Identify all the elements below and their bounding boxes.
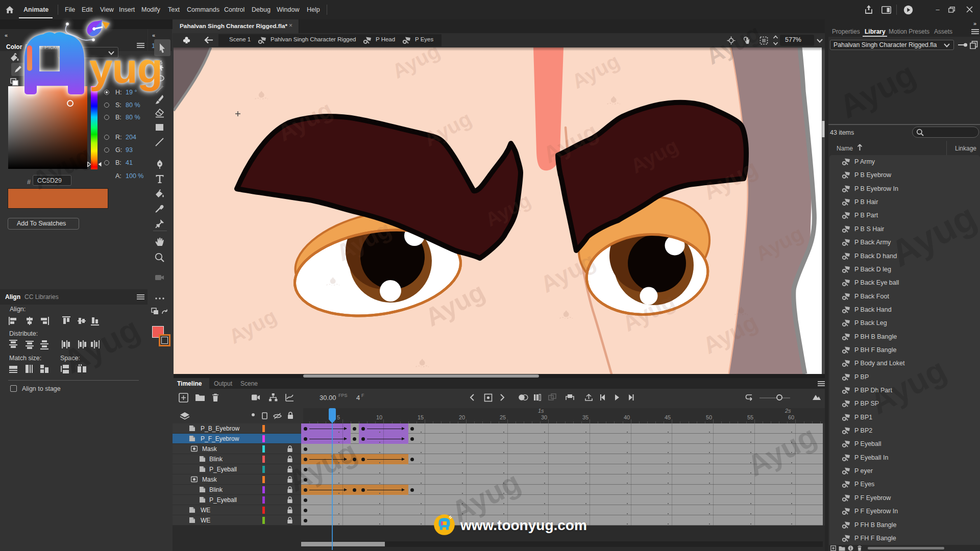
svg-text:yug: yug bbox=[89, 45, 162, 91]
